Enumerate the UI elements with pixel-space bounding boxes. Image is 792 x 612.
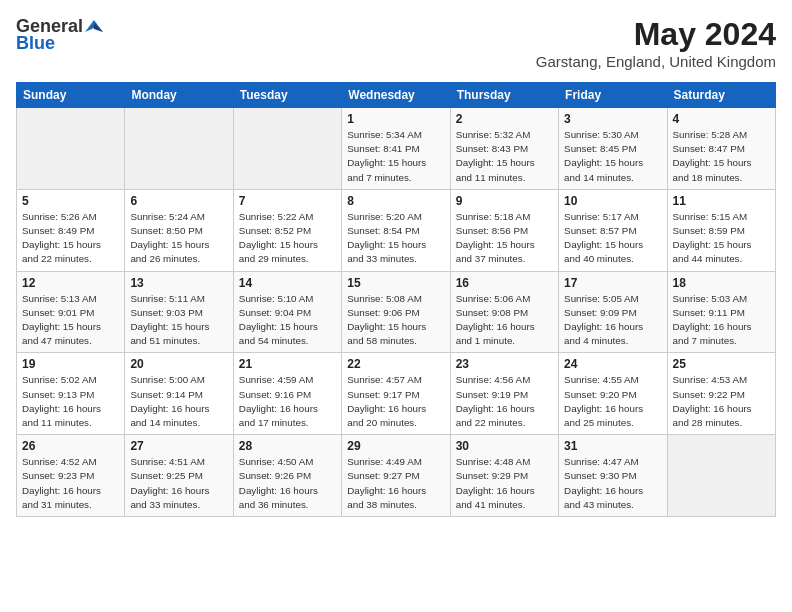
title-block: May 2024 Garstang, England, United Kingd… bbox=[536, 16, 776, 70]
day-number: 21 bbox=[239, 357, 336, 371]
day-info: Sunrise: 4:50 AM Sunset: 9:26 PM Dayligh… bbox=[239, 455, 336, 512]
logo: General Blue bbox=[16, 16, 103, 54]
day-number: 8 bbox=[347, 194, 444, 208]
day-number: 13 bbox=[130, 276, 227, 290]
calendar-cell: 1Sunrise: 5:34 AM Sunset: 8:41 PM Daylig… bbox=[342, 108, 450, 190]
calendar-cell: 25Sunrise: 4:53 AM Sunset: 9:22 PM Dayli… bbox=[667, 353, 775, 435]
day-info: Sunrise: 5:05 AM Sunset: 9:09 PM Dayligh… bbox=[564, 292, 661, 349]
day-number: 4 bbox=[673, 112, 770, 126]
day-number: 23 bbox=[456, 357, 553, 371]
day-number: 7 bbox=[239, 194, 336, 208]
calendar-cell: 26Sunrise: 4:52 AM Sunset: 9:23 PM Dayli… bbox=[17, 435, 125, 517]
day-info: Sunrise: 4:56 AM Sunset: 9:19 PM Dayligh… bbox=[456, 373, 553, 430]
calendar-cell: 21Sunrise: 4:59 AM Sunset: 9:16 PM Dayli… bbox=[233, 353, 341, 435]
calendar-cell: 5Sunrise: 5:26 AM Sunset: 8:49 PM Daylig… bbox=[17, 189, 125, 271]
calendar-cell: 12Sunrise: 5:13 AM Sunset: 9:01 PM Dayli… bbox=[17, 271, 125, 353]
calendar-title: May 2024 bbox=[536, 16, 776, 53]
day-number: 15 bbox=[347, 276, 444, 290]
calendar-cell: 29Sunrise: 4:49 AM Sunset: 9:27 PM Dayli… bbox=[342, 435, 450, 517]
day-number: 29 bbox=[347, 439, 444, 453]
day-info: Sunrise: 5:30 AM Sunset: 8:45 PM Dayligh… bbox=[564, 128, 661, 185]
day-number: 20 bbox=[130, 357, 227, 371]
day-info: Sunrise: 5:22 AM Sunset: 8:52 PM Dayligh… bbox=[239, 210, 336, 267]
day-number: 27 bbox=[130, 439, 227, 453]
calendar-cell bbox=[125, 108, 233, 190]
day-info: Sunrise: 5:24 AM Sunset: 8:50 PM Dayligh… bbox=[130, 210, 227, 267]
day-number: 24 bbox=[564, 357, 661, 371]
day-number: 28 bbox=[239, 439, 336, 453]
day-info: Sunrise: 5:32 AM Sunset: 8:43 PM Dayligh… bbox=[456, 128, 553, 185]
day-info: Sunrise: 5:02 AM Sunset: 9:13 PM Dayligh… bbox=[22, 373, 119, 430]
day-info: Sunrise: 5:08 AM Sunset: 9:06 PM Dayligh… bbox=[347, 292, 444, 349]
day-info: Sunrise: 4:59 AM Sunset: 9:16 PM Dayligh… bbox=[239, 373, 336, 430]
calendar-cell bbox=[233, 108, 341, 190]
calendar-cell: 2Sunrise: 5:32 AM Sunset: 8:43 PM Daylig… bbox=[450, 108, 558, 190]
calendar-cell: 24Sunrise: 4:55 AM Sunset: 9:20 PM Dayli… bbox=[559, 353, 667, 435]
day-info: Sunrise: 4:48 AM Sunset: 9:29 PM Dayligh… bbox=[456, 455, 553, 512]
day-info: Sunrise: 5:00 AM Sunset: 9:14 PM Dayligh… bbox=[130, 373, 227, 430]
day-number: 19 bbox=[22, 357, 119, 371]
day-number: 31 bbox=[564, 439, 661, 453]
calendar-cell: 13Sunrise: 5:11 AM Sunset: 9:03 PM Dayli… bbox=[125, 271, 233, 353]
calendar-cell: 8Sunrise: 5:20 AM Sunset: 8:54 PM Daylig… bbox=[342, 189, 450, 271]
day-header-saturday: Saturday bbox=[667, 83, 775, 108]
day-number: 11 bbox=[673, 194, 770, 208]
day-info: Sunrise: 4:52 AM Sunset: 9:23 PM Dayligh… bbox=[22, 455, 119, 512]
calendar-cell: 7Sunrise: 5:22 AM Sunset: 8:52 PM Daylig… bbox=[233, 189, 341, 271]
calendar-cell: 14Sunrise: 5:10 AM Sunset: 9:04 PM Dayli… bbox=[233, 271, 341, 353]
day-number: 30 bbox=[456, 439, 553, 453]
logo-bird-icon bbox=[85, 18, 103, 36]
day-number: 5 bbox=[22, 194, 119, 208]
day-header-thursday: Thursday bbox=[450, 83, 558, 108]
calendar-cell: 6Sunrise: 5:24 AM Sunset: 8:50 PM Daylig… bbox=[125, 189, 233, 271]
day-number: 18 bbox=[673, 276, 770, 290]
calendar-cell: 30Sunrise: 4:48 AM Sunset: 9:29 PM Dayli… bbox=[450, 435, 558, 517]
calendar-cell: 23Sunrise: 4:56 AM Sunset: 9:19 PM Dayli… bbox=[450, 353, 558, 435]
calendar-table: SundayMondayTuesdayWednesdayThursdayFrid… bbox=[16, 82, 776, 517]
day-number: 17 bbox=[564, 276, 661, 290]
day-number: 1 bbox=[347, 112, 444, 126]
day-header-sunday: Sunday bbox=[17, 83, 125, 108]
calendar-cell bbox=[667, 435, 775, 517]
day-number: 2 bbox=[456, 112, 553, 126]
calendar-location: Garstang, England, United Kingdom bbox=[536, 53, 776, 70]
day-number: 12 bbox=[22, 276, 119, 290]
day-header-monday: Monday bbox=[125, 83, 233, 108]
day-info: Sunrise: 5:17 AM Sunset: 8:57 PM Dayligh… bbox=[564, 210, 661, 267]
day-number: 3 bbox=[564, 112, 661, 126]
day-number: 14 bbox=[239, 276, 336, 290]
day-info: Sunrise: 5:28 AM Sunset: 8:47 PM Dayligh… bbox=[673, 128, 770, 185]
day-header-wednesday: Wednesday bbox=[342, 83, 450, 108]
day-number: 25 bbox=[673, 357, 770, 371]
day-info: Sunrise: 5:20 AM Sunset: 8:54 PM Dayligh… bbox=[347, 210, 444, 267]
day-info: Sunrise: 5:18 AM Sunset: 8:56 PM Dayligh… bbox=[456, 210, 553, 267]
calendar-header: SundayMondayTuesdayWednesdayThursdayFrid… bbox=[17, 83, 776, 108]
day-info: Sunrise: 5:10 AM Sunset: 9:04 PM Dayligh… bbox=[239, 292, 336, 349]
day-info: Sunrise: 5:11 AM Sunset: 9:03 PM Dayligh… bbox=[130, 292, 227, 349]
day-number: 26 bbox=[22, 439, 119, 453]
calendar-cell: 11Sunrise: 5:15 AM Sunset: 8:59 PM Dayli… bbox=[667, 189, 775, 271]
day-info: Sunrise: 5:34 AM Sunset: 8:41 PM Dayligh… bbox=[347, 128, 444, 185]
day-number: 9 bbox=[456, 194, 553, 208]
day-number: 10 bbox=[564, 194, 661, 208]
calendar-cell: 28Sunrise: 4:50 AM Sunset: 9:26 PM Dayli… bbox=[233, 435, 341, 517]
calendar-cell: 31Sunrise: 4:47 AM Sunset: 9:30 PM Dayli… bbox=[559, 435, 667, 517]
logo-blue-text: Blue bbox=[16, 33, 55, 54]
day-info: Sunrise: 4:53 AM Sunset: 9:22 PM Dayligh… bbox=[673, 373, 770, 430]
calendar-cell: 16Sunrise: 5:06 AM Sunset: 9:08 PM Dayli… bbox=[450, 271, 558, 353]
day-number: 16 bbox=[456, 276, 553, 290]
calendar-cell bbox=[17, 108, 125, 190]
day-info: Sunrise: 5:06 AM Sunset: 9:08 PM Dayligh… bbox=[456, 292, 553, 349]
day-info: Sunrise: 5:26 AM Sunset: 8:49 PM Dayligh… bbox=[22, 210, 119, 267]
calendar-cell: 3Sunrise: 5:30 AM Sunset: 8:45 PM Daylig… bbox=[559, 108, 667, 190]
calendar-cell: 9Sunrise: 5:18 AM Sunset: 8:56 PM Daylig… bbox=[450, 189, 558, 271]
day-info: Sunrise: 4:51 AM Sunset: 9:25 PM Dayligh… bbox=[130, 455, 227, 512]
calendar-cell: 4Sunrise: 5:28 AM Sunset: 8:47 PM Daylig… bbox=[667, 108, 775, 190]
calendar-cell: 20Sunrise: 5:00 AM Sunset: 9:14 PM Dayli… bbox=[125, 353, 233, 435]
day-info: Sunrise: 4:49 AM Sunset: 9:27 PM Dayligh… bbox=[347, 455, 444, 512]
calendar-cell: 22Sunrise: 4:57 AM Sunset: 9:17 PM Dayli… bbox=[342, 353, 450, 435]
day-info: Sunrise: 5:03 AM Sunset: 9:11 PM Dayligh… bbox=[673, 292, 770, 349]
day-header-tuesday: Tuesday bbox=[233, 83, 341, 108]
calendar-cell: 15Sunrise: 5:08 AM Sunset: 9:06 PM Dayli… bbox=[342, 271, 450, 353]
day-info: Sunrise: 5:15 AM Sunset: 8:59 PM Dayligh… bbox=[673, 210, 770, 267]
